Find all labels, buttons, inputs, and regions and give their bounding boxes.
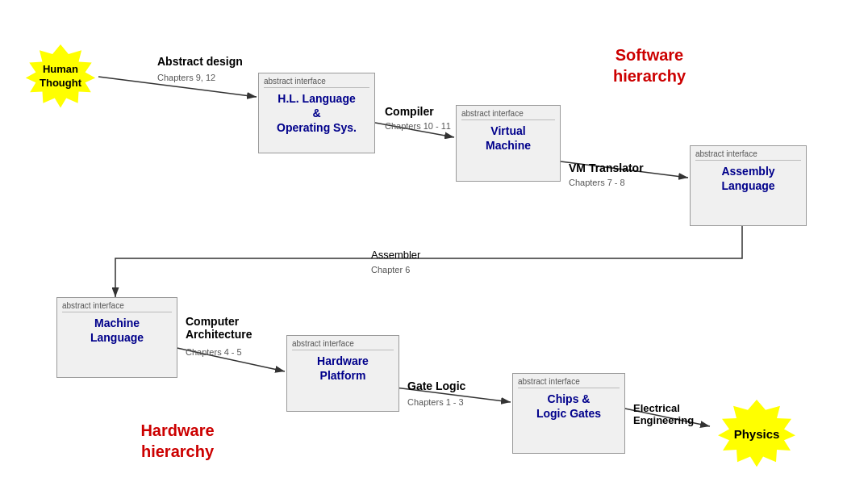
chapters-4-5: Chapters 4 - 5 [186,347,242,357]
assembler-label: Assembler [371,249,420,261]
hl-language-box: abstract interface H.L. Language&Operati… [258,73,375,153]
assembly-language-box: abstract interface AssemblyLanguage [690,145,807,226]
hw-main: HardwarePlatform [292,354,394,383]
chapters-9-12: Chapters 9, 12 [157,73,215,82]
chapters-7-8: Chapters 7 - 8 [569,178,625,187]
human-thought-label: Human Thought [24,63,97,90]
hw-abstract-label: abstract interface [292,339,394,350]
chapter-6: Chapter 6 [371,265,410,275]
vm-main: VirtualMachine [461,124,555,153]
physics-burst: Physics [716,400,797,468]
diagram: Human Thought Abstract design Chapters 9… [0,0,868,503]
vm-abstract-label: abstract interface [461,109,555,120]
chips-logic-box: abstract interface Chips &Logic Gates [512,373,625,454]
vm-translator-label: VM Translator [569,161,644,174]
machine-main: MachineLanguage [62,316,172,345]
electrical-engineering-label: ElectricalEngineering [633,402,694,426]
assembly-main: AssemblyLanguage [695,164,801,193]
hardware-platform-box: abstract interface HardwarePlatform [286,335,399,412]
chapters-1-3: Chapters 1 - 3 [407,397,464,407]
physics-label: Physics [734,426,780,442]
chips-main: Chips &Logic Gates [518,392,620,421]
machine-language-box: abstract interface MachineLanguage [56,297,177,378]
compiler-label: Compiler [385,105,434,118]
hardware-hierarchy-label: Hardware hierarchy [113,420,242,462]
gate-logic-label: Gate Logic [407,379,465,392]
hl-abstract-label: abstract interface [264,77,369,88]
hl-language-main: H.L. Language&Operating Sys. [264,91,369,136]
assembly-abstract-label: abstract interface [695,149,801,161]
abstract-design-label: Abstract design [157,55,243,68]
chapters-10-11: Chapters 10 - 11 [385,121,451,131]
chips-abstract-label: abstract interface [518,377,620,388]
virtual-machine-box: abstract interface VirtualMachine [456,105,561,182]
software-hierarchy-label: Software hierarchy [589,44,710,86]
machine-abstract-label: abstract interface [62,301,172,312]
computer-architecture-label: ComputerArchitecture [186,315,252,341]
human-thought-burst: Human Thought [24,44,97,109]
